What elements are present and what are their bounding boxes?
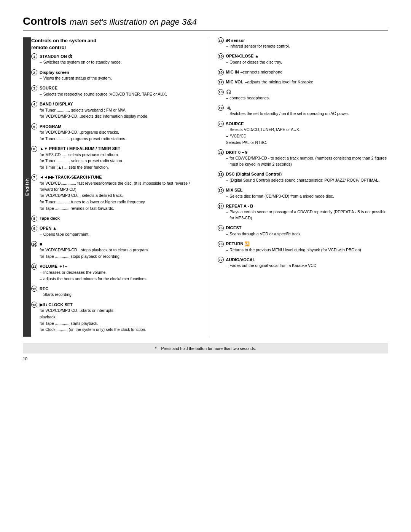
- item-line: Switches the system on or to standby mod…: [40, 59, 202, 66]
- item-title: 23MIX SEL: [218, 187, 389, 193]
- item-title: 5PROGRAM: [31, 123, 202, 129]
- list-item: 17MIC VOL –adjsuts the mixing level for …: [218, 79, 389, 85]
- list-item: 12RECStarts recording.: [31, 286, 202, 298]
- item-title-text: MIC IN: [226, 70, 239, 74]
- item-line: Switches the set to standby / on if the …: [226, 111, 389, 117]
- item-line: for Clock .......... (on the system only…: [40, 327, 202, 333]
- item-title-text: AUDIO/VOCAL: [226, 257, 255, 262]
- item-number: 24: [218, 203, 224, 209]
- item-number: 3: [31, 85, 37, 91]
- language-tab: English: [23, 37, 31, 337]
- list-item: 19🔌Switches the set to standby / on if t…: [218, 105, 389, 117]
- item-line: for Tuner ............ programs preset r…: [40, 136, 202, 142]
- item-title: 6▲▼ PRESET / MP3•ALBUM / TIMER SET: [31, 146, 202, 152]
- list-item: 13▶II / CLOCK SETfor VCD/CD/MP3-CD…start…: [31, 302, 202, 333]
- item-title: 12REC: [31, 286, 202, 292]
- item-title: 27AUDIO/VOCAL: [218, 257, 389, 263]
- item-title: 18🎧: [218, 89, 389, 95]
- item-number: 18: [218, 89, 224, 95]
- item-title: 25DIGEST: [218, 225, 389, 231]
- item-number: 25: [218, 225, 224, 231]
- list-item: 27AUDIO/VOCALFades out the original voca…: [218, 257, 389, 269]
- item-title: 13▶II / CLOCK SET: [31, 302, 202, 308]
- item-title: 16MIC IN –connects microphone: [218, 69, 389, 75]
- item-line: connects headphones.: [226, 95, 389, 101]
- item-body: for Tuner ............ selects waveband …: [40, 107, 202, 120]
- item-title: 4BAND / DISPLAY: [31, 101, 202, 107]
- page-num-text: 10: [23, 356, 27, 361]
- sidebar-label: English: [25, 178, 29, 196]
- item-title-text: VOLUME ＋/－: [40, 264, 68, 269]
- item-title-text: OPEN ▲: [40, 226, 57, 230]
- item-line: Fades out the original vocal from a Kara…: [226, 263, 389, 269]
- footer-text: * = Press and hold the button for more t…: [155, 346, 256, 351]
- item-title-text: DIGEST: [226, 225, 242, 230]
- title-sub: main set's illustration on page 3&4: [70, 17, 197, 27]
- item-number: 12: [31, 286, 37, 292]
- list-item: 25DIGESTScans through a VCD or a specifi…: [218, 225, 389, 237]
- item-number: 10: [31, 241, 37, 247]
- item-title: 10■: [31, 241, 202, 247]
- item-title: 1STANDBY ON ⏻: [31, 53, 202, 59]
- item-title: 11VOLUME ＋/－: [31, 264, 202, 270]
- item-line: for Tuner ............ selects waveband …: [40, 107, 202, 113]
- item-body: for VCD/CD/MP3-CD…starts or interruptspl…: [40, 308, 202, 333]
- item-body: Switches the system on or to standby mod…: [40, 59, 202, 66]
- item-line: Plays a certain scene or passage of a CD…: [226, 209, 389, 221]
- list-item: 20SOURCESelects VCD/CD,TUNER,TAPE or AUX…: [218, 121, 389, 145]
- item-body: Selects disc format (CD/MP3-CD) from a m…: [226, 193, 389, 200]
- item-body: infrared sensor for remote control.: [226, 43, 389, 50]
- list-item: 1STANDBY ON ⏻Switches the system on or t…: [31, 53, 202, 66]
- item-body: for CD/VCD/MP3-CD - to select a track nu…: [226, 155, 389, 168]
- item-body: for VCD/CD/MP3-CD…stops playback or to c…: [40, 247, 202, 260]
- item-line: for VCD/CD/MP3-CD…programs disc tracks.: [40, 129, 202, 136]
- two-column-layout: Controls on the system and remote contro…: [31, 37, 388, 337]
- item-line: for Timer (▲) ... sets the timer functio…: [40, 165, 202, 171]
- item-body: Starts recording.: [40, 292, 202, 298]
- item-title-text: 🔌: [226, 105, 231, 110]
- item-line: Views the current status of the system.: [40, 75, 202, 81]
- list-item: 14iR sensorinfrared sensor for remote co…: [218, 37, 389, 50]
- item-title-text: Tape deck: [40, 216, 60, 220]
- content-area: English Controls on the system and remot…: [23, 37, 388, 337]
- item-title: 26RETURN 🔁: [218, 241, 389, 247]
- item-body: for MP3-CD ..... selects previous/next a…: [40, 152, 202, 171]
- item-title: 2Display screen: [31, 69, 202, 75]
- heading-line2: remote control: [31, 45, 66, 50]
- item-title: 14iR sensor: [218, 37, 389, 43]
- page: Controls main set's illustration on page…: [0, 0, 411, 532]
- item-line: for VCD/CD/MP3 CD… selects a desired tra…: [40, 193, 202, 199]
- list-item: 21DIGIT 0 – 9for CD/VCD/MP3-CD - to sele…: [218, 149, 389, 168]
- item-line: for VCD/CD/MP3-CD…selects disc informati…: [40, 113, 202, 120]
- item-number: 8: [31, 216, 37, 222]
- item-number: 22: [218, 171, 224, 177]
- item-number: 21: [218, 149, 224, 155]
- item-number: 27: [218, 257, 224, 263]
- item-title-text: ◄◄▶▶ TRACK•SEARCH•TUNE: [40, 175, 102, 180]
- item-number: 13: [31, 302, 37, 308]
- item-title: 22DSC (Digital Sound Control): [218, 171, 389, 177]
- item-title-text: ▶II / CLOCK SET: [40, 302, 73, 307]
- item-title-text: RETURN 🔁: [226, 241, 250, 246]
- item-number: 15: [218, 53, 224, 59]
- item-title-suffix: –connects microphone: [241, 70, 283, 74]
- item-title-text: DIGIT 0 – 9: [226, 150, 248, 155]
- footer-note: * = Press and hold the button for more t…: [23, 343, 388, 353]
- item-number: 7: [31, 174, 37, 181]
- item-title: 17MIC VOL –adjsuts the mixing level for …: [218, 79, 389, 85]
- item-title-text: MIC VOL: [226, 80, 244, 84]
- item-title: 21DIGIT 0 – 9: [218, 149, 389, 155]
- item-number: 14: [218, 37, 224, 43]
- item-line: Selects VCD/CD,TUNER,TAPE or AUX.: [226, 127, 389, 133]
- list-item: 24REPEAT A - BPlays a certain scene or p…: [218, 203, 389, 221]
- item-number: 5: [31, 123, 37, 129]
- item-body: Returns to the previous MENU level durin…: [226, 247, 389, 253]
- item-line: for CD/VCD/MP3-CD - to select a track nu…: [226, 155, 389, 168]
- list-item: 6▲▼ PRESET / MP3•ALBUM / TIMER SETfor MP…: [31, 146, 202, 171]
- item-title-text: ▲▼ PRESET / MP3•ALBUM / TIMER SET: [40, 146, 120, 151]
- item-title-text: 🎧: [226, 89, 231, 94]
- item-title: 9OPEN ▲: [31, 225, 202, 232]
- item-line: for Tuner ............ tunes to a lower …: [40, 199, 202, 205]
- item-title: 24REPEAT A - B: [218, 203, 389, 209]
- main-title: Controls main set's illustration on page…: [23, 15, 388, 30]
